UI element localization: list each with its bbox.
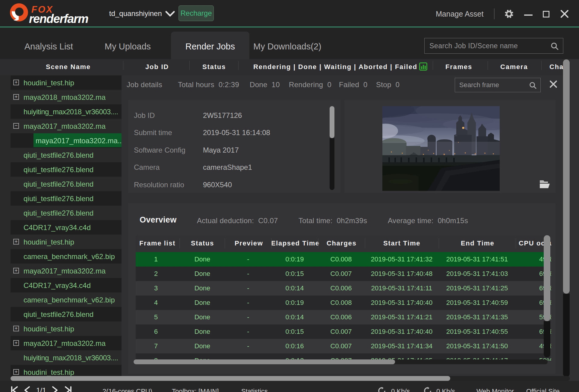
svg-text:renderfarm: renderfarm <box>29 12 88 25</box>
svg-text:1/1: 1/1 <box>36 386 46 392</box>
